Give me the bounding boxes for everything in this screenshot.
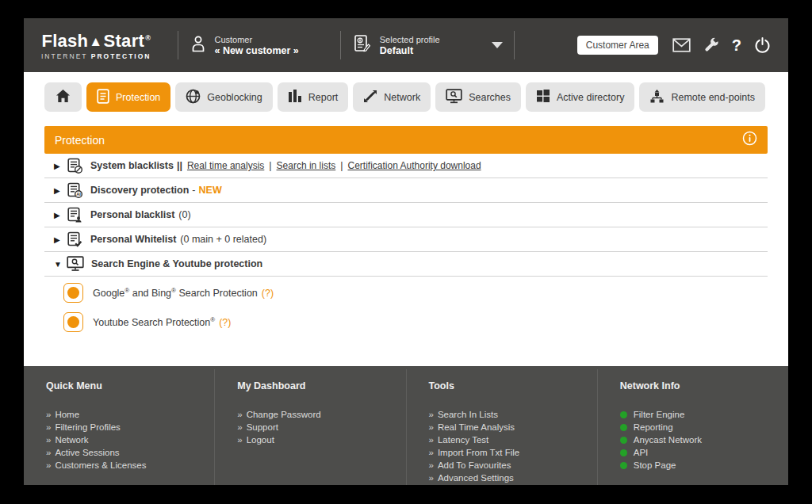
footer: Quick Menu »Home »Filtering Profiles »Ne… xyxy=(24,366,788,485)
row-personal-blacklist: ▶ Personal blacklist (0) xyxy=(44,203,768,227)
brand-right: Start xyxy=(104,31,145,52)
row-title: System blacklists xyxy=(90,160,174,171)
footer-column-title: Network Info xyxy=(620,380,780,391)
footer-link-network[interactable]: »Network xyxy=(46,433,206,446)
blacklist-doc-icon xyxy=(67,158,83,174)
status-api: API xyxy=(620,446,780,459)
row-search-engine-youtube: ▼ Search Engine & Youtube protection xyxy=(44,252,768,277)
footer-column-title: Tools xyxy=(429,380,589,391)
status-ok-icon xyxy=(620,437,627,444)
monitor-search-icon xyxy=(446,89,462,106)
panel-header: Protection xyxy=(44,126,768,154)
brand-tagline: INTERNET PROTECTION xyxy=(41,52,151,60)
bar-chart-icon xyxy=(288,89,302,105)
status-ok-icon xyxy=(620,449,627,456)
expand-arrow-icon[interactable]: ▶ xyxy=(54,211,65,220)
status-anycast-network: Anycast Network xyxy=(620,433,780,446)
info-icon[interactable] xyxy=(742,131,757,149)
wrench-icon[interactable] xyxy=(703,37,719,53)
tab-active-directory[interactable]: Active directory xyxy=(526,82,634,112)
toggle-google-bing[interactable] xyxy=(63,283,83,303)
whitelist-doc-icon xyxy=(67,231,83,248)
footer-link-real-time-analysis[interactable]: »Real Time Analysis xyxy=(429,421,589,433)
footer-tools: Tools »Search In Lists »Real Time Analys… xyxy=(406,369,597,485)
tab-home[interactable] xyxy=(44,82,82,112)
brand-name: Flash▲Start® xyxy=(41,31,151,52)
topbar: Flash▲Start® INTERNET PROTECTION Custome… xyxy=(24,18,788,72)
footer-link-filtering-profiles[interactable]: »Filtering Profiles xyxy=(46,421,206,433)
tab-label: Searches xyxy=(469,92,511,103)
tab-geoblocking[interactable]: Geoblocking xyxy=(175,82,273,112)
power-icon[interactable] xyxy=(754,37,771,54)
selected-profile-value: Default xyxy=(380,45,440,57)
footer-link-add-to-favourites[interactable]: »Add To Favourites xyxy=(429,459,589,472)
status-reporting: Reporting xyxy=(620,421,780,433)
personal-blacklist-doc-icon xyxy=(67,207,83,223)
footer-link-import-from-txt[interactable]: »Import From Txt File xyxy=(429,446,589,459)
footer-link-search-in-lists[interactable]: »Search In Lists xyxy=(429,408,589,421)
tab-remote-end-points[interactable]: Remote end-points xyxy=(639,82,765,112)
child-google-bing-protection: Google® and Bing® Search Protection(?) xyxy=(44,280,768,306)
customer-area-button[interactable]: Customer Area xyxy=(577,36,658,55)
tab-network[interactable]: Network xyxy=(353,82,431,112)
expand-arrow-icon[interactable]: ▶ xyxy=(54,235,65,244)
row-count: (0) xyxy=(178,209,190,220)
footer-link-support[interactable]: »Support xyxy=(237,421,397,433)
tab-report[interactable]: Report xyxy=(278,82,349,112)
brand-logo: Flash▲Start® INTERNET PROTECTION xyxy=(41,31,151,60)
link-search-in-lists[interactable]: Search in lists xyxy=(277,160,336,171)
child-youtube-protection: Youtube Search Protection®(?) xyxy=(44,309,768,335)
help-link[interactable]: (?) xyxy=(219,317,231,328)
collapse-arrow-icon[interactable]: ▼ xyxy=(54,260,65,269)
chevron-down-icon[interactable] xyxy=(492,42,503,48)
globe-icon xyxy=(186,89,201,106)
row-discovery-protection: ▶ AI Discovery protection - NEW xyxy=(44,178,768,203)
footer-column-title: My Dashboard xyxy=(237,380,397,391)
expand-arrow-icon[interactable]: ▶ xyxy=(54,162,65,170)
customer-block: Customer « New customer » xyxy=(190,34,298,57)
footer-link-advanced-settings[interactable]: »Advanced Settings xyxy=(429,472,589,484)
footer-link-active-sessions[interactable]: »Active Sessions xyxy=(46,446,206,459)
divider xyxy=(340,31,341,59)
status-stop-page: Stop Page xyxy=(620,459,780,472)
network-arrows-icon xyxy=(363,89,377,106)
separator-text: || xyxy=(177,160,182,171)
footer-link-change-password[interactable]: »Change Password xyxy=(237,408,397,421)
selected-profile-block[interactable]: Selected profile Default xyxy=(352,33,503,57)
customer-value[interactable]: « New customer » xyxy=(214,45,298,57)
tab-searches[interactable]: Searches xyxy=(435,82,521,112)
app-window: Flash▲Start® INTERNET PROTECTION Custome… xyxy=(24,18,788,485)
footer-link-latency-test[interactable]: »Latency Test xyxy=(429,433,589,446)
selected-profile-label: Selected profile xyxy=(380,34,440,45)
tab-protection[interactable]: Protection xyxy=(86,82,170,112)
footer-link-customers-licenses[interactable]: »Customers & Licenses xyxy=(46,459,206,472)
person-icon xyxy=(190,34,207,56)
footer-my-dashboard: My Dashboard »Change Password »Support »… xyxy=(214,369,405,485)
footer-network-info: Network Info Filter Engine Reporting Any… xyxy=(597,369,788,485)
status-filter-engine: Filter Engine xyxy=(620,408,780,421)
mail-icon[interactable] xyxy=(672,38,691,52)
help-link[interactable]: (?) xyxy=(262,288,274,299)
help-icon[interactable]: ? xyxy=(732,37,741,53)
link-real-time-analysis[interactable]: Real time analysis xyxy=(187,160,264,171)
footer-link-logout[interactable]: »Logout xyxy=(237,433,397,446)
child-label: Youtube Search Protection®(?) xyxy=(93,316,231,328)
footer-link-home[interactable]: »Home xyxy=(46,408,206,421)
tab-label: Active directory xyxy=(557,92,624,103)
windows-icon xyxy=(536,89,550,105)
footer-quick-menu: Quick Menu »Home »Filtering Profiles »Ne… xyxy=(24,369,214,485)
footer-column-title: Quick Menu xyxy=(46,380,206,391)
row-system-blacklists: ▶ System blacklists || Real time analysi… xyxy=(44,154,768,178)
link-certification-authority-download[interactable]: Certification Authority download xyxy=(348,160,481,171)
endpoints-tree-icon xyxy=(649,89,665,106)
brand-mark-icon: ▲ xyxy=(89,34,102,50)
protection-rows: ▶ System blacklists || Real time analysi… xyxy=(44,154,768,335)
row-title: Personal blacklist xyxy=(90,209,174,220)
child-label: Google® and Bing® Search Protection(?) xyxy=(93,287,274,299)
row-title: Search Engine & Youtube protection xyxy=(91,258,262,269)
expand-arrow-icon[interactable]: ▶ xyxy=(54,186,65,195)
nav-tabs: Protection Geoblocking Report Network Se… xyxy=(24,72,788,126)
toggle-youtube[interactable] xyxy=(63,312,83,332)
document-icon xyxy=(97,89,109,106)
row-personal-whitelist: ▶ Personal Whitelist (0 main + 0 related… xyxy=(44,227,768,252)
